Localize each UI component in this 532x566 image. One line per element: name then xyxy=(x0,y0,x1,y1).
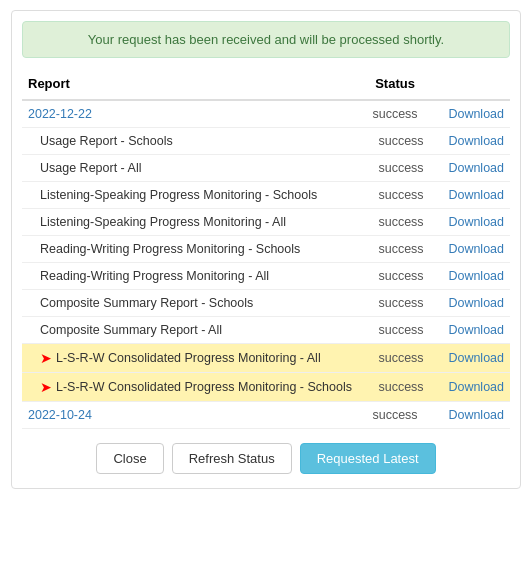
table-row: Usage Report - SchoolssuccessDownload xyxy=(22,128,510,155)
requested-latest-button[interactable]: Requested Latest xyxy=(300,443,436,474)
col-action xyxy=(430,68,510,100)
col-report: Report xyxy=(22,68,360,100)
row-status: success xyxy=(360,236,430,263)
report-name: Usage Report - Schools xyxy=(22,128,360,155)
report-name: Composite Summary Report - All xyxy=(22,317,360,344)
row-status: success xyxy=(360,209,430,236)
row-status: success xyxy=(360,128,430,155)
table-row: Listening-Speaking Progress Monitoring -… xyxy=(22,209,510,236)
row-status: success xyxy=(360,182,430,209)
red-arrow-icon: ➤ xyxy=(40,350,52,366)
report-name: ➤L-S-R-W Consolidated Progress Monitorin… xyxy=(22,373,360,402)
report-name: Reading-Writing Progress Monitoring - Sc… xyxy=(22,236,360,263)
row-download-link[interactable]: Download xyxy=(448,323,504,337)
table-row: ➤L-S-R-W Consolidated Progress Monitorin… xyxy=(22,373,510,402)
group-download-link[interactable]: Download xyxy=(448,107,504,121)
group-download-link[interactable]: Download xyxy=(448,408,504,422)
group-date-link[interactable]: 2022-12-22 xyxy=(28,107,92,121)
report-name: ➤L-S-R-W Consolidated Progress Monitorin… xyxy=(22,344,360,373)
report-name: Listening-Speaking Progress Monitoring -… xyxy=(22,209,360,236)
row-status: success xyxy=(360,263,430,290)
table-row: Listening-Speaking Progress Monitoring -… xyxy=(22,182,510,209)
table-row: 2022-12-22successDownload xyxy=(22,100,510,128)
report-name: Usage Report - All xyxy=(22,155,360,182)
close-button[interactable]: Close xyxy=(96,443,163,474)
row-download-link[interactable]: Download xyxy=(448,351,504,365)
row-download-link[interactable]: Download xyxy=(448,188,504,202)
row-status: success xyxy=(360,373,430,402)
footer: Close Refresh Status Requested Latest xyxy=(12,429,520,488)
red-arrow-icon: ➤ xyxy=(40,379,52,395)
group-status: success xyxy=(360,100,430,128)
table-row: 2022-10-24successDownload xyxy=(22,402,510,429)
row-status: success xyxy=(360,317,430,344)
group-date-link[interactable]: 2022-10-24 xyxy=(28,408,92,422)
table-row: Reading-Writing Progress Monitoring - Al… xyxy=(22,263,510,290)
table-wrap: Report Status 2022-12-22successDownloadU… xyxy=(12,68,520,429)
table-row: Usage Report - AllsuccessDownload xyxy=(22,155,510,182)
row-status: success xyxy=(360,344,430,373)
table-header-row: Report Status xyxy=(22,68,510,100)
alert-banner: Your request has been received and will … xyxy=(22,21,510,58)
group-status: success xyxy=(360,402,430,429)
row-download-link[interactable]: Download xyxy=(448,215,504,229)
table-row: ➤L-S-R-W Consolidated Progress Monitorin… xyxy=(22,344,510,373)
alert-message: Your request has been received and will … xyxy=(88,32,444,47)
row-download-link[interactable]: Download xyxy=(448,242,504,256)
refresh-status-button[interactable]: Refresh Status xyxy=(172,443,292,474)
row-status: success xyxy=(360,290,430,317)
table-row: Reading-Writing Progress Monitoring - Sc… xyxy=(22,236,510,263)
row-download-link[interactable]: Download xyxy=(448,134,504,148)
reports-table: Report Status 2022-12-22successDownloadU… xyxy=(22,68,510,429)
main-container: Your request has been received and will … xyxy=(11,10,521,489)
row-status: success xyxy=(360,155,430,182)
report-name: Reading-Writing Progress Monitoring - Al… xyxy=(22,263,360,290)
row-download-link[interactable]: Download xyxy=(448,161,504,175)
table-row: Composite Summary Report - AllsuccessDow… xyxy=(22,317,510,344)
report-name: Listening-Speaking Progress Monitoring -… xyxy=(22,182,360,209)
col-status: Status xyxy=(360,68,430,100)
row-download-link[interactable]: Download xyxy=(448,269,504,283)
report-name: Composite Summary Report - Schools xyxy=(22,290,360,317)
table-row: Composite Summary Report - Schoolssucces… xyxy=(22,290,510,317)
table-body: 2022-12-22successDownloadUsage Report - … xyxy=(22,100,510,429)
row-download-link[interactable]: Download xyxy=(448,296,504,310)
row-download-link[interactable]: Download xyxy=(448,380,504,394)
